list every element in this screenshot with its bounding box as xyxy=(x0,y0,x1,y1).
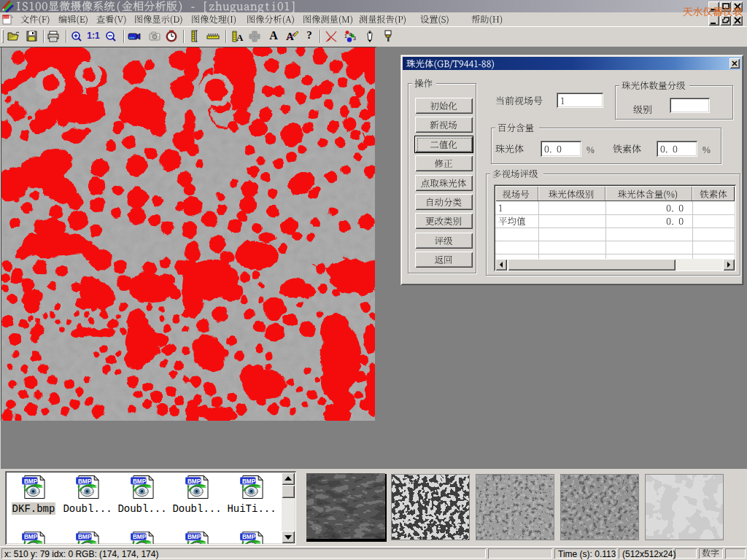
svg-text:1: 1 xyxy=(344,34,347,39)
svg-text:a: a xyxy=(349,31,352,36)
svg-text:A: A xyxy=(286,31,294,42)
svg-text:A: A xyxy=(236,32,244,43)
svg-text:DOC: DOC xyxy=(3,15,9,19)
svg-text:3: 3 xyxy=(353,36,356,41)
